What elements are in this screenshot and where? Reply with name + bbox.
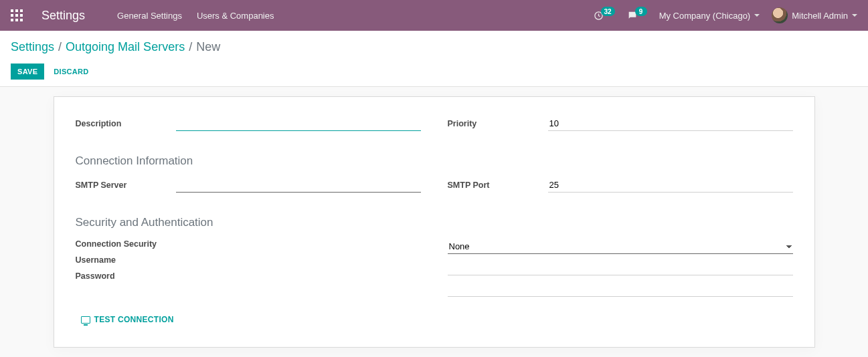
avatar	[772, 7, 788, 23]
monitor-icon	[81, 316, 90, 324]
control-panel: Settings / Outgoing Mail Servers / New S…	[0, 31, 868, 87]
form-view: Description Priority Connection Informat…	[0, 87, 868, 357]
breadcrumb-settings[interactable]: Settings	[11, 40, 54, 54]
smtp-port-input[interactable]	[548, 178, 793, 193]
smtp-server-input[interactable]	[176, 178, 421, 193]
breadcrumb-outgoing-mail-servers[interactable]: Outgoing Mail Servers	[66, 40, 185, 54]
discuss-badge: 9	[635, 7, 647, 16]
form-sheet: Description Priority Connection Informat…	[54, 96, 815, 348]
company-name: My Company (Chicago)	[659, 11, 751, 21]
app-brand[interactable]: Settings	[41, 9, 85, 23]
save-button[interactable]: Save	[11, 64, 44, 80]
priority-input[interactable]	[548, 116, 793, 131]
discuss-icon[interactable]: 9	[627, 10, 647, 21]
username-input[interactable]	[448, 261, 793, 275]
description-label: Description	[76, 113, 176, 134]
breadcrumb-current: New	[196, 40, 220, 54]
smtp-port-label: SMTP Port	[448, 174, 548, 196]
connection-security-label: Connection Security	[76, 236, 176, 252]
activities-icon[interactable]: 32	[594, 11, 615, 21]
user-menu[interactable]: Mitchell Admin	[772, 7, 857, 23]
section-connection-title: Connection Information	[76, 154, 793, 168]
top-navbar: Settings General Settings Users & Compan…	[0, 0, 868, 31]
caret-down-icon	[754, 14, 760, 17]
password-input[interactable]	[448, 282, 793, 297]
caret-down-icon	[852, 14, 857, 17]
company-switcher[interactable]: My Company (Chicago)	[659, 11, 760, 21]
activities-badge: 32	[601, 7, 615, 16]
smtp-server-label: SMTP Server	[76, 174, 176, 196]
connection-security-select[interactable]: None	[448, 239, 793, 254]
test-connection-button[interactable]: Test Connection	[81, 315, 174, 324]
user-name: Mitchell Admin	[792, 11, 848, 21]
discard-button[interactable]: Discard	[54, 68, 88, 76]
priority-label: Priority	[448, 113, 548, 134]
username-label: Username	[76, 252, 176, 268]
description-input[interactable]	[176, 116, 421, 131]
nav-users-companies[interactable]: Users & Companies	[197, 11, 274, 21]
test-connection-label: Test Connection	[94, 315, 174, 324]
nav-general-settings[interactable]: General Settings	[117, 11, 182, 21]
section-security-title: Security and Authentication	[76, 216, 793, 229]
password-label: Password	[76, 268, 176, 284]
breadcrumb: Settings / Outgoing Mail Servers / New	[11, 40, 857, 54]
apps-icon[interactable]	[11, 9, 23, 21]
